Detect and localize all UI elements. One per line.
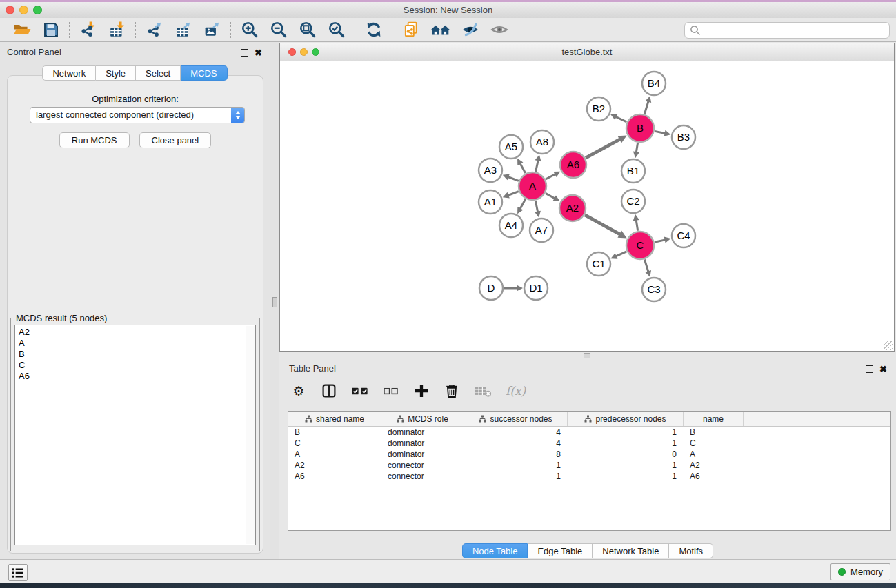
table-cell[interactable]: C bbox=[288, 438, 381, 448]
splitter-handle[interactable] bbox=[584, 353, 590, 358]
graph-node-B2[interactable]: B2 bbox=[587, 97, 610, 121]
table-cell[interactable]: 1 bbox=[568, 472, 684, 481]
float-panel-icon[interactable] bbox=[240, 48, 249, 57]
graph-edge-B-B2[interactable] bbox=[610, 114, 626, 122]
mcds-result-item[interactable]: A2 bbox=[15, 327, 255, 338]
mcds-result-item[interactable]: B bbox=[15, 349, 255, 360]
zoom-selected-button[interactable] bbox=[327, 19, 346, 40]
copy-network-button[interactable] bbox=[401, 19, 421, 40]
refresh-layout-button[interactable] bbox=[364, 19, 384, 40]
graph-edge-B-B1[interactable] bbox=[633, 143, 639, 158]
graph-node-A1[interactable]: A1 bbox=[479, 190, 502, 214]
graph-edge-D-D1[interactable] bbox=[504, 285, 524, 291]
table-cell[interactable]: A2 bbox=[684, 460, 744, 470]
double-home-button[interactable] bbox=[430, 19, 451, 40]
column-header-shared-name[interactable]: shared name bbox=[288, 412, 381, 426]
table-cell[interactable]: 1 bbox=[464, 472, 568, 481]
graph-node-C[interactable]: C bbox=[626, 232, 654, 259]
table-cell[interactable]: A bbox=[684, 449, 744, 459]
delete-row-button[interactable] bbox=[444, 381, 460, 401]
table-cell[interactable]: connector bbox=[381, 472, 464, 481]
graph-edge-C-C1[interactable] bbox=[610, 252, 626, 259]
graph-node-D1[interactable]: D1 bbox=[524, 276, 548, 300]
network-graph[interactable]: B4B2BB3A8A5A6B1A3AC2A1A2A4A7C4CC1DD1C3 bbox=[280, 61, 894, 352]
graph-node-A2[interactable]: A2 bbox=[559, 195, 586, 221]
run-mcds-button[interactable]: Run MCDS bbox=[59, 132, 130, 148]
graph-edge-C-C4[interactable] bbox=[655, 237, 670, 243]
tab-mcds[interactable]: MCDS bbox=[181, 65, 227, 81]
table-tab-edge-table[interactable]: Edge Table bbox=[528, 543, 593, 558]
column-header-name[interactable]: name bbox=[684, 412, 744, 426]
graph-edge-B-B3[interactable] bbox=[655, 130, 670, 136]
vertical-splitter[interactable] bbox=[270, 42, 279, 560]
close-panel-button[interactable]: Close panel bbox=[139, 132, 212, 148]
table-row[interactable]: A6connector11A6 bbox=[288, 471, 890, 482]
graph-node-B1[interactable]: B1 bbox=[621, 159, 645, 183]
graph-edge-A2-C[interactable] bbox=[585, 215, 627, 238]
close-panel-icon[interactable]: ✖ bbox=[879, 365, 888, 374]
graph-node-C2[interactable]: C2 bbox=[621, 190, 645, 213]
table-cell[interactable]: connector bbox=[381, 460, 464, 470]
graph-node-A5[interactable]: A5 bbox=[499, 135, 523, 159]
graph-edge-A-A5[interactable] bbox=[517, 159, 526, 173]
import-network-button[interactable] bbox=[79, 19, 98, 40]
open-file-button[interactable] bbox=[12, 19, 32, 40]
export-network-button[interactable] bbox=[145, 19, 164, 40]
scrollbar-track[interactable] bbox=[246, 326, 255, 544]
import-table-button[interactable] bbox=[108, 19, 127, 40]
graph-node-A4[interactable]: A4 bbox=[499, 214, 523, 237]
mcds-result-list[interactable]: A2ABCA6 bbox=[14, 325, 256, 545]
settings-gear-button[interactable]: ⚙ bbox=[290, 381, 307, 401]
graph-edge-A-A6[interactable] bbox=[546, 172, 560, 179]
mcds-result-item[interactable]: A bbox=[15, 338, 255, 349]
graph-node-A6[interactable]: A6 bbox=[560, 152, 586, 178]
graph-node-C4[interactable]: C4 bbox=[672, 224, 695, 247]
tab-network[interactable]: Network bbox=[42, 65, 96, 81]
graph-edge-B-B4[interactable] bbox=[644, 96, 651, 114]
tab-style[interactable]: Style bbox=[96, 65, 136, 81]
export-table-button[interactable] bbox=[174, 19, 193, 40]
mcds-result-item[interactable]: C bbox=[15, 360, 255, 371]
table-row[interactable]: Cdominator41C bbox=[288, 438, 890, 449]
table-cell[interactable]: dominator bbox=[381, 438, 464, 448]
search-box[interactable] bbox=[684, 22, 890, 39]
table-tab-node-table[interactable]: Node Table bbox=[462, 543, 528, 558]
horizontal-splitter[interactable] bbox=[279, 352, 896, 358]
table-cell[interactable]: A6 bbox=[288, 472, 381, 481]
table-cell[interactable]: 8 bbox=[464, 449, 568, 459]
table-row[interactable]: Bdominator41B bbox=[288, 427, 890, 438]
save-session-button[interactable] bbox=[41, 19, 61, 40]
graph-edge-A-A2[interactable] bbox=[546, 193, 560, 201]
table-cell[interactable]: A2 bbox=[288, 460, 381, 470]
graph-edge-A-A7[interactable] bbox=[535, 201, 541, 217]
table-cell[interactable]: 0 bbox=[568, 449, 684, 459]
zoom-fit-button[interactable] bbox=[298, 19, 317, 40]
float-panel-icon[interactable] bbox=[865, 365, 874, 374]
column-header-predecessor-nodes[interactable]: predecessor nodes bbox=[568, 412, 684, 426]
criterion-dropdown[interactable]: largest connected component (directed) bbox=[30, 107, 245, 123]
deselect-all-button[interactable] bbox=[383, 381, 399, 401]
hide-eye-button[interactable] bbox=[461, 19, 480, 40]
graph-node-A8[interactable]: A8 bbox=[530, 130, 554, 154]
graph-edge-A-A8[interactable] bbox=[535, 155, 541, 172]
graph-node-D[interactable]: D bbox=[479, 276, 503, 300]
table-tab-network-table[interactable]: Network Table bbox=[593, 543, 669, 558]
column-header-mcds-role[interactable]: MCDS role bbox=[381, 412, 464, 426]
task-history-button[interactable] bbox=[8, 564, 28, 581]
graph-edge-C-C3[interactable] bbox=[644, 260, 651, 277]
table-cell[interactable]: dominator bbox=[381, 449, 464, 459]
show-eye-button[interactable] bbox=[490, 19, 509, 40]
table-cell[interactable]: 1 bbox=[568, 438, 684, 448]
splitter-handle[interactable] bbox=[272, 297, 277, 307]
graph-node-A3[interactable]: A3 bbox=[479, 159, 502, 182]
graph-node-B4[interactable]: B4 bbox=[642, 72, 666, 95]
column-header-successor-nodes[interactable]: successor nodes bbox=[464, 412, 568, 426]
export-image-button[interactable] bbox=[203, 19, 222, 40]
table-row[interactable]: Adominator80A bbox=[288, 449, 890, 460]
table-cell[interactable]: C bbox=[684, 438, 744, 448]
memory-button[interactable]: Memory bbox=[830, 563, 890, 580]
zoom-out-button[interactable] bbox=[269, 19, 288, 40]
graph-node-C3[interactable]: C3 bbox=[642, 278, 666, 301]
tab-select[interactable]: Select bbox=[136, 65, 181, 81]
table-cell[interactable]: 4 bbox=[464, 438, 568, 448]
